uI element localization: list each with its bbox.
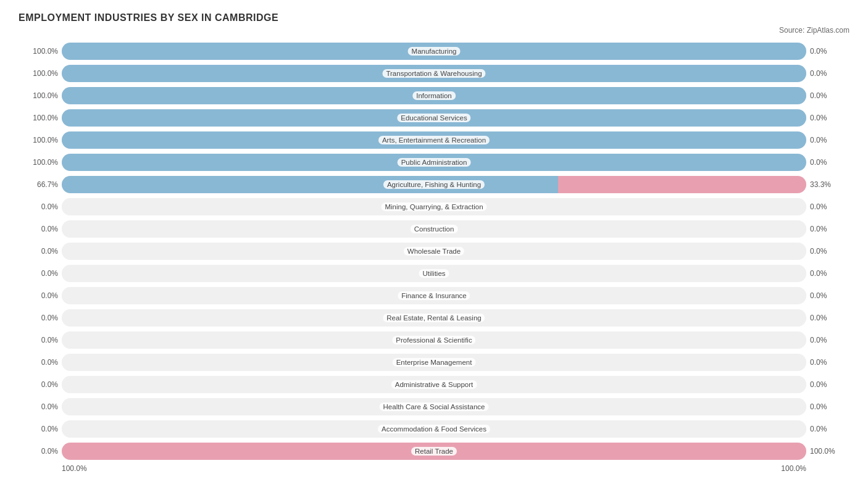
bars-finance: Finance & Insurance [62,287,806,304]
chart-row-arts: 100.0%Arts, Entertainment & Recreation0.… [19,130,849,151]
right-value-retail: 100.0% [806,447,849,456]
right-value-utilities: 0.0% [806,269,849,278]
chart-row-retail: 0.0%Retail Trade100.0% [19,441,849,462]
bottom-right-label: 100.0% [781,464,806,473]
chart-title: EMPLOYMENT INDUSTRIES BY SEX IN CAMBRIDG… [19,12,849,23]
chart-row-wholesale: 0.0%Wholesale Trade0.0% [19,241,849,262]
chart-row-information: 100.0%Information0.0% [19,85,849,106]
left-value-manufacturing: 100.0% [19,47,62,56]
bars-accommodation: Accommodation & Food Services [62,420,806,438]
left-value-agriculture: 66.7% [19,180,62,189]
bars-educational: Educational Services [62,109,806,127]
left-value-transportation: 100.0% [19,69,62,78]
bars-wholesale: Wholesale Trade [62,243,806,260]
right-value-manufacturing: 0.0% [806,47,849,56]
left-value-retail: 0.0% [19,447,62,456]
right-value-arts: 0.0% [806,136,849,144]
chart-row-professional: 0.0%Professional & Scientific0.0% [19,330,849,351]
chart-row-construction: 0.0%Construction0.0% [19,219,849,240]
bars-information: Information [62,87,806,104]
bars-real-estate: Real Estate, Rental & Leasing [62,309,806,327]
right-value-educational: 0.0% [806,114,849,122]
chart-row-healthcare: 0.0%Health Care & Social Assistance0.0% [19,396,849,417]
left-value-professional: 0.0% [19,336,62,344]
right-value-public-admin: 0.0% [806,158,849,167]
right-value-transportation: 0.0% [806,69,849,78]
bars-public-admin: Public Administration [62,154,806,171]
chart-row-manufacturing: 100.0%Manufacturing0.0% [19,41,849,62]
chart-row-accommodation: 0.0%Accommodation & Food Services0.0% [19,419,849,439]
right-value-information: 0.0% [806,91,849,100]
chart-row-mining: 0.0%Mining, Quarrying, & Extraction0.0% [19,196,849,217]
bars-construction: Construction [62,220,806,238]
bottom-left-label: 100.0% [62,464,87,473]
right-value-healthcare: 0.0% [806,402,849,411]
bars-agriculture: Agriculture, Fishing & Hunting [62,176,806,193]
left-value-information: 100.0% [19,91,62,100]
bars-utilities: Utilities [62,265,806,282]
left-value-enterprise: 0.0% [19,358,62,367]
right-value-real-estate: 0.0% [806,314,849,322]
right-value-wholesale: 0.0% [806,247,849,256]
bars-manufacturing: Manufacturing [62,43,806,60]
left-value-construction: 0.0% [19,225,62,233]
chart-row-real-estate: 0.0%Real Estate, Rental & Leasing0.0% [19,307,849,328]
chart-row-utilities: 0.0%Utilities0.0% [19,263,849,284]
source-label: Source: ZipAtlas.com [19,26,849,35]
bars-arts: Arts, Entertainment & Recreation [62,131,806,149]
bars-retail: Retail Trade [62,443,806,460]
right-value-accommodation: 0.0% [806,425,849,433]
chart-row-finance: 0.0%Finance & Insurance0.0% [19,285,849,306]
chart-container: 100.0%Manufacturing0.0%100.0%Transportat… [19,41,849,462]
left-value-finance: 0.0% [19,291,62,300]
right-value-professional: 0.0% [806,336,849,344]
bars-admin: Administrative & Support [62,376,806,393]
right-value-construction: 0.0% [806,225,849,233]
left-value-healthcare: 0.0% [19,402,62,411]
right-value-mining: 0.0% [806,202,849,211]
bars-healthcare: Health Care & Social Assistance [62,398,806,415]
right-value-agriculture: 33.3% [806,180,849,189]
right-value-admin: 0.0% [806,380,849,389]
chart-row-educational: 100.0%Educational Services0.0% [19,107,849,128]
chart-row-agriculture: 66.7%Agriculture, Fishing & Hunting33.3% [19,174,849,195]
left-value-utilities: 0.0% [19,269,62,278]
left-value-educational: 100.0% [19,114,62,122]
bars-mining: Mining, Quarrying, & Extraction [62,198,806,215]
bars-enterprise: Enterprise Management [62,354,806,371]
left-value-real-estate: 0.0% [19,314,62,322]
chart-row-transportation: 100.0%Transportation & Warehousing0.0% [19,63,849,84]
left-value-public-admin: 100.0% [19,158,62,167]
chart-row-public-admin: 100.0%Public Administration0.0% [19,152,849,173]
left-value-admin: 0.0% [19,380,62,389]
left-value-wholesale: 0.0% [19,247,62,256]
chart-row-enterprise: 0.0%Enterprise Management0.0% [19,352,849,373]
bars-professional: Professional & Scientific [62,331,806,349]
left-value-mining: 0.0% [19,202,62,211]
right-value-enterprise: 0.0% [806,358,849,367]
bars-transportation: Transportation & Warehousing [62,65,806,82]
left-value-arts: 100.0% [19,136,62,144]
left-value-accommodation: 0.0% [19,425,62,433]
chart-row-admin: 0.0%Administrative & Support0.0% [19,374,849,395]
right-value-finance: 0.0% [806,291,849,300]
